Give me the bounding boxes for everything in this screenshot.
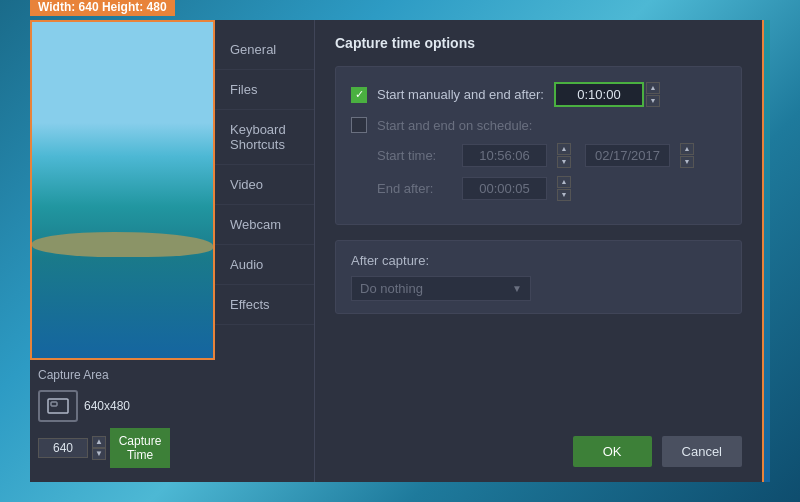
end-after-time-input[interactable] <box>554 82 644 107</box>
dropdown-arrow-icon: ▼ <box>512 283 522 294</box>
section-title: Capture time options <box>335 35 742 51</box>
dropdown-value: Do nothing <box>360 281 423 296</box>
cancel-button[interactable]: Cancel <box>662 436 742 467</box>
sidebar-item-files[interactable]: Files <box>215 70 314 110</box>
bottom-bar: Capture Area 640x480 ▲ ▼ Capture Time <box>30 360 215 482</box>
capture-width-row: ▲ ▼ Capture Time <box>38 428 207 468</box>
main-dialog: Width: 640 Height: 480 Capture Area 640x… <box>30 20 770 482</box>
start-time-up[interactable]: ▲ <box>557 143 571 155</box>
width-spinner[interactable]: ▲ ▼ <box>92 436 106 460</box>
after-capture-box: After capture: Do nothing ▼ <box>335 240 742 314</box>
sidebar: General Files Keyboard Shortcuts Video W… <box>215 20 315 482</box>
start-time-spinner: ▲ ▼ <box>557 143 571 168</box>
option1-row: Start manually and end after: ▲ ▼ <box>351 82 726 107</box>
start-date-down[interactable]: ▼ <box>680 156 694 168</box>
after-capture-label: After capture: <box>351 253 726 268</box>
left-panel: Width: 640 Height: 480 Capture Area 640x… <box>30 20 215 482</box>
start-date-spinner: ▲ ▼ <box>680 143 694 168</box>
bottom-buttons: OK Cancel <box>335 426 742 467</box>
end-after-up[interactable]: ▲ <box>557 176 571 188</box>
ok-button[interactable]: OK <box>573 436 652 467</box>
right-border <box>762 20 770 482</box>
capture-time-button[interactable]: Capture Time <box>110 428 170 468</box>
start-time-input <box>462 144 547 167</box>
sidebar-item-webcam[interactable]: Webcam <box>215 205 314 245</box>
sidebar-item-video[interactable]: Video <box>215 165 314 205</box>
svg-rect-1 <box>51 402 57 406</box>
capture-area-label: Capture Area <box>38 368 207 382</box>
start-date-up[interactable]: ▲ <box>680 143 694 155</box>
sidebar-item-keyboard-shortcuts[interactable]: Keyboard Shortcuts <box>215 110 314 165</box>
capture-icon <box>38 390 78 422</box>
time-up-arrow[interactable]: ▲ <box>646 82 660 94</box>
width-height-label: Width: 640 Height: 480 <box>30 0 175 16</box>
end-after-row: End after: ▲ ▼ <box>351 176 726 201</box>
start-time-down[interactable]: ▼ <box>557 156 571 168</box>
sidebar-item-general[interactable]: General <box>215 30 314 70</box>
option1-label: Start manually and end after: <box>377 87 544 102</box>
capture-width-input[interactable] <box>38 438 88 458</box>
capture-time-options-box: Start manually and end after: ▲ ▼ Start … <box>335 66 742 225</box>
option2-checkbox[interactable] <box>351 117 367 133</box>
end-after-spinner: ▲ ▼ <box>557 176 571 201</box>
start-time-row: Start time: ▲ ▼ ▲ ▼ <box>351 143 726 168</box>
sidebar-item-audio[interactable]: Audio <box>215 245 314 285</box>
time-spinner[interactable]: ▲ ▼ <box>646 82 660 107</box>
end-after-label: End after: <box>377 181 452 196</box>
option2-row: Start and end on schedule: <box>351 117 726 133</box>
preview-area: Width: 640 Height: 480 <box>30 20 215 360</box>
capture-resolution: 640x480 <box>84 399 130 413</box>
end-after-down[interactable]: ▼ <box>557 189 571 201</box>
capture-area-row: 640x480 <box>38 390 207 422</box>
preview-image <box>30 20 215 360</box>
width-up-arrow[interactable]: ▲ <box>92 436 106 448</box>
option1-checkbox[interactable] <box>351 87 367 103</box>
sidebar-item-effects[interactable]: Effects <box>215 285 314 325</box>
main-content: Capture time options Start manually and … <box>315 20 762 482</box>
start-time-label: Start time: <box>377 148 452 163</box>
end-after-input <box>462 177 547 200</box>
time-down-arrow[interactable]: ▼ <box>646 95 660 107</box>
option2-label: Start and end on schedule: <box>377 118 532 133</box>
after-capture-dropdown[interactable]: Do nothing ▼ <box>351 276 531 301</box>
width-down-arrow[interactable]: ▼ <box>92 448 106 460</box>
start-date-input <box>585 144 670 167</box>
time-input-group: ▲ ▼ <box>554 82 660 107</box>
